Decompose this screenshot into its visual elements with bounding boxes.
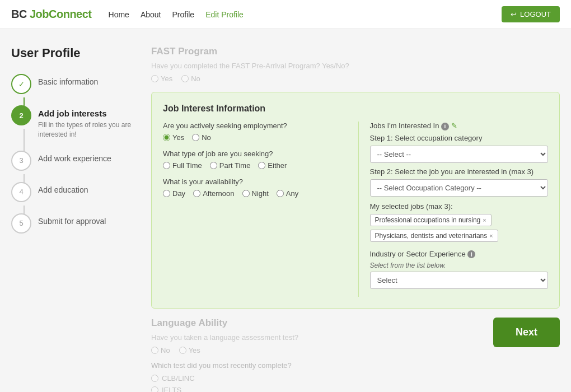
step-1-label: Basic information xyxy=(38,77,98,86)
fast-yes-radio[interactable] xyxy=(151,75,158,82)
fast-section: FAST Program Have you completed the FAST… xyxy=(151,46,560,83)
job-interest-title: Job Interest Information xyxy=(163,104,548,114)
fulltime-radio[interactable] xyxy=(163,162,170,169)
jobs-interested-label: Jobs I'm Interested In i ✎ xyxy=(370,122,549,130)
next-button-container: Next xyxy=(493,318,560,347)
seeking-label: Are you actively seeking employment? xyxy=(163,122,341,130)
lang-no-label: No xyxy=(151,346,170,354)
fast-title: FAST Program xyxy=(151,46,560,57)
either-label: Either xyxy=(258,161,287,170)
logout-arrow-icon: ↩ xyxy=(511,10,517,18)
job-interest-form-row: Are you actively seeking employment? Yes… xyxy=(163,122,548,297)
nav-about[interactable]: About xyxy=(141,10,161,19)
tag-physicians-label: Physicians, dentists and veterinarians xyxy=(375,232,488,240)
industry-group: Industry or Sector Experience i Select f… xyxy=(370,250,549,290)
job-type-label: What type of job are you seeking? xyxy=(163,150,341,158)
page-container: User Profile ✓ Basic information 2 Add j… xyxy=(0,29,571,392)
either-radio[interactable] xyxy=(258,162,265,169)
afternoon-radio[interactable] xyxy=(193,190,200,197)
jobs-interested-info-icon[interactable]: i xyxy=(441,123,449,130)
seeking-no-label: No xyxy=(192,133,211,142)
fulltime-label: Full Time xyxy=(163,161,202,170)
day-radio[interactable] xyxy=(163,190,170,197)
tag-nursing: Professional occupations in nursing × xyxy=(370,214,492,226)
nav-edit-profile[interactable]: Edit Profile xyxy=(205,10,244,19)
test-clb-radio[interactable] xyxy=(151,375,158,382)
tag-physicians-remove[interactable]: × xyxy=(489,232,493,239)
any-label: Any xyxy=(277,189,298,198)
industry-select[interactable]: Select xyxy=(370,272,549,289)
fast-no-label: No xyxy=(181,74,200,83)
step-4-label: Add education xyxy=(38,185,88,194)
industry-label: Industry or Sector Experience i xyxy=(370,250,549,259)
test-list: CLB/LINC IELTS CELPIP TOEFL xyxy=(151,374,482,392)
night-radio[interactable] xyxy=(242,190,250,197)
jobs-interested-edit-icon[interactable]: ✎ xyxy=(451,122,457,130)
seeking-yes-label: Yes xyxy=(163,133,184,142)
step-1-text: Basic information xyxy=(38,74,98,86)
step-circle-3: 3 xyxy=(11,151,31,171)
fast-yes-label: Yes xyxy=(151,74,172,83)
job-interest-left-col: Are you actively seeking employment? Yes… xyxy=(163,122,341,206)
brand-jobconnect: JobConnect xyxy=(30,8,92,20)
any-radio[interactable] xyxy=(277,190,284,197)
lang-no-radio[interactable] xyxy=(151,347,158,354)
industry-sublabel: Select from the list below. xyxy=(370,262,549,269)
seeking-no-radio[interactable] xyxy=(192,134,199,141)
tag-nursing-label: Professional occupations in nursing xyxy=(375,216,481,224)
availability-label: What is your availability? xyxy=(163,178,341,186)
parttime-radio[interactable] xyxy=(210,162,217,169)
seeking-group: Are you actively seeking employment? Yes… xyxy=(163,122,341,142)
fast-subtitle: Have you completed the FAST Pre-Arrival … xyxy=(151,62,560,70)
step-5-label: Submit for approval xyxy=(38,217,106,226)
sidebar-title: User Profile xyxy=(11,46,134,60)
my-selected-label: My selected jobs (max 3): xyxy=(370,202,549,211)
step-3-label: Add work experience xyxy=(38,154,111,163)
lang-yes-label: Yes xyxy=(179,346,200,354)
seeking-yes-radio[interactable] xyxy=(163,134,170,141)
test-clb: CLB/LINC xyxy=(151,374,482,382)
tag-nursing-remove[interactable]: × xyxy=(483,217,486,223)
lang-yes-radio[interactable] xyxy=(179,347,186,354)
step-2-sublabel: Fill in the types of roles you are inter… xyxy=(38,120,134,139)
step-2-text: Add job interests Fill in the types of r… xyxy=(38,105,134,139)
test-ielts-radio[interactable] xyxy=(151,386,158,392)
language-test-radio-group: No Yes xyxy=(151,346,482,354)
job-type-radio-group: Full Time Part Time Either xyxy=(163,161,341,170)
seeking-radio-group: Yes No xyxy=(163,133,341,142)
step-circle-1: ✓ xyxy=(11,74,31,94)
brand-logo: BC JobConnect xyxy=(11,8,92,21)
step-5: 5 Submit for approval xyxy=(11,213,134,234)
step-circle-4: 4 xyxy=(11,182,31,202)
step-5-text: Submit for approval xyxy=(38,213,106,226)
language-section: Language Ability Have you taken a langua… xyxy=(151,318,482,392)
main-content: FAST Program Have you completed the FAST… xyxy=(151,46,560,392)
nav-profile[interactable]: Profile xyxy=(172,10,194,19)
selected-tags-container: Professional occupations in nursing × Ph… xyxy=(370,214,549,242)
next-button[interactable]: Next xyxy=(493,318,560,347)
logout-button[interactable]: ↩ LOGOUT xyxy=(502,6,560,22)
language-test-label: Have you taken a language assessment tes… xyxy=(151,333,482,342)
occupation-category-select[interactable]: -- Select -- xyxy=(370,146,549,163)
nav-links: Home About Profile Edit Profile xyxy=(109,10,244,19)
step-circle-2: 2 xyxy=(11,105,31,125)
test-ielts: IELTS xyxy=(151,386,482,392)
night-label: Night xyxy=(242,189,269,198)
steps-list: ✓ Basic information 2 Add job interests … xyxy=(11,74,134,234)
step2-label: Step 2: Select the job you are intereste… xyxy=(370,167,549,176)
logout-label: LOGOUT xyxy=(520,10,551,18)
fast-radio-group: Yes No xyxy=(151,74,560,83)
tag-physicians: Physicians, dentists and veterinarians × xyxy=(370,230,498,242)
step-3: 3 Add work experience xyxy=(11,151,134,182)
step-2: 2 Add job interests Fill in the types of… xyxy=(11,105,134,151)
industry-info-icon[interactable]: i xyxy=(467,250,475,258)
availability-radio-group: Day Afternoon Night Any xyxy=(163,189,341,198)
language-title: Language Ability xyxy=(151,318,482,329)
step-circle-5: 5 xyxy=(11,213,31,234)
day-label: Day xyxy=(163,189,185,198)
nav-home[interactable]: Home xyxy=(109,10,129,19)
job-interest-card: Job Interest Information Are you activel… xyxy=(151,92,560,309)
job-select[interactable]: -- Select Occupation Category -- xyxy=(370,179,549,197)
job-interest-right-col: Jobs I'm Interested In i ✎ Step 1: Selec… xyxy=(358,122,549,297)
fast-no-radio[interactable] xyxy=(181,75,189,82)
